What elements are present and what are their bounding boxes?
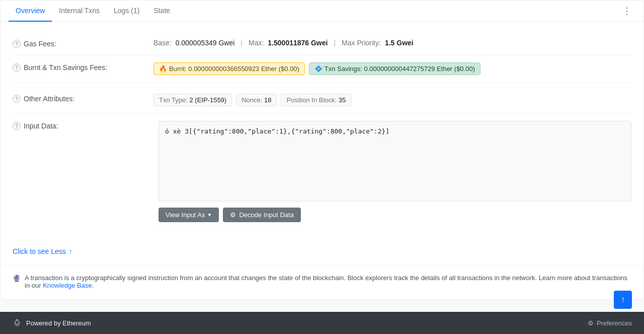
gas-fees-max-priority-label: Max Priority:: [342, 39, 381, 47]
gas-fees-max-value: 1.500011876 Gwei: [268, 39, 328, 47]
info-icon: 🔮: [13, 275, 21, 282]
other-attrs-value: Txn Type: 2 (EIP-1559) Nonce: 18 Positio…: [153, 94, 631, 106]
other-attrs-help-icon[interactable]: ?: [13, 95, 21, 103]
info-note-text: A transaction is a cryptographically sig…: [25, 274, 631, 289]
caret-icon: ▼: [207, 212, 212, 218]
other-attrs-row: ? Other Attributes: Txn Type: 2 (EIP-155…: [13, 87, 631, 114]
tab-state[interactable]: State: [146, 1, 177, 22]
tab-logs[interactable]: Logs (1): [107, 1, 146, 22]
pipe-2: |: [334, 39, 336, 47]
info-note: 🔮 A transaction is a cryptographically s…: [1, 265, 643, 299]
gas-fees-label: ? Gas Fees:: [13, 39, 153, 48]
spacer: [13, 83, 631, 87]
gas-fees-row: ? Gas Fees: Base: 0.000005349 Gwei | Max…: [13, 32, 631, 55]
other-attrs-label: ? Other Attributes:: [13, 94, 153, 103]
view-input-as-button[interactable]: View Input As ▼: [158, 208, 219, 222]
burnt-text: Burnt: 0.000000000366550923 Ether ($0.00…: [169, 65, 299, 73]
decode-icon: ⚙: [230, 211, 236, 219]
decode-label: Decode Input Data: [239, 211, 293, 219]
gas-fees-max-priority-value: 1.5 Gwei: [385, 39, 414, 47]
tabs-bar: Overview Internal Txns Logs (1) State ⋮: [1, 1, 643, 22]
burnt-icon: 🔥: [159, 65, 167, 73]
burnt-fees-help-icon[interactable]: ?: [13, 63, 21, 72]
savings-icon: 💠: [314, 65, 323, 73]
gas-fees-help-icon[interactable]: ?: [13, 40, 21, 48]
burnt-fees-label-text: Burnt & Txn Savings Fees:: [24, 63, 107, 72]
input-data-value-area: ó xè 3[{"rating":800,"place":1},{"rating…: [158, 121, 631, 222]
info-text-end: .: [92, 282, 94, 289]
up-arrow-icon: ↑: [69, 247, 72, 255]
nonce-badge: Nonce: 18: [236, 94, 277, 106]
gas-fees-max-label: Max:: [249, 39, 264, 47]
more-options-button[interactable]: ⋮: [618, 4, 635, 19]
view-input-label: View Input As: [166, 211, 205, 219]
gas-fees-base-label: Base:: [153, 39, 172, 47]
scroll-to-top-button[interactable]: ↑: [614, 291, 632, 300]
input-data-buttons: View Input As ▼ ⚙ Decode Input Data: [158, 208, 301, 222]
gas-fees-label-text: Gas Fees:: [24, 40, 56, 48]
input-data-label: ? Input Data:: [13, 121, 153, 130]
nonce-val: 18: [264, 96, 271, 104]
decode-input-button[interactable]: ⚙ Decode Input Data: [223, 208, 300, 222]
burnt-badge: 🔥 Burnt: 0.000000000366550923 Ether ($0.…: [153, 62, 305, 75]
position-badge: Position In Block: 35: [281, 94, 351, 106]
input-data-box: ó xè 3[{"rating":800,"place":1},{"rating…: [158, 121, 631, 202]
tab-overview[interactable]: Overview: [9, 1, 52, 22]
position-key: Position In Block:: [286, 96, 337, 104]
nonce-key: Nonce:: [242, 96, 262, 104]
txn-type-badge: Txn Type: 2 (EIP-1559): [153, 94, 232, 106]
position-val: 35: [339, 96, 346, 104]
txn-type-key: Txn Type:: [159, 96, 188, 104]
less-link[interactable]: Click to see Less ↑: [1, 239, 643, 265]
tab-internal-txns[interactable]: Internal Txns: [52, 1, 107, 22]
other-attrs-label-text: Other Attributes:: [24, 95, 74, 103]
gas-fees-base-value: 0.000005349 Gwei: [176, 39, 235, 47]
txn-type-val: 2 (EIP-1559): [189, 96, 226, 104]
input-data-row: ? Input Data: ó xè 3[{"rating":800,"plac…: [13, 114, 631, 229]
content-area: ? Gas Fees: Base: 0.000005349 Gwei | Max…: [1, 22, 643, 239]
input-data-label-text: Input Data:: [24, 122, 58, 130]
burnt-fees-label: ? Burnt & Txn Savings Fees:: [13, 62, 153, 72]
burnt-fees-row: ? Burnt & Txn Savings Fees: 🔥 Burnt: 0.0…: [13, 55, 631, 83]
burnt-fees-value: 🔥 Burnt: 0.000000000366550923 Ether ($0.…: [153, 62, 631, 75]
savings-badge: 💠 Txn Savings: 0.000000000447275729 Ethe…: [309, 62, 480, 75]
savings-text: Txn Savings: 0.000000000447275729 Ether …: [325, 65, 475, 73]
less-link-text: Click to see Less: [13, 247, 66, 255]
pipe-1: |: [240, 39, 243, 47]
input-data-help-icon[interactable]: ?: [13, 122, 21, 130]
gas-fees-value: Base: 0.000005349 Gwei | Max: 1.50001187…: [153, 39, 631, 47]
main-container: Overview Internal Txns Logs (1) State ⋮ …: [0, 0, 644, 300]
knowledge-base-link[interactable]: Knowledge Base: [43, 282, 92, 289]
